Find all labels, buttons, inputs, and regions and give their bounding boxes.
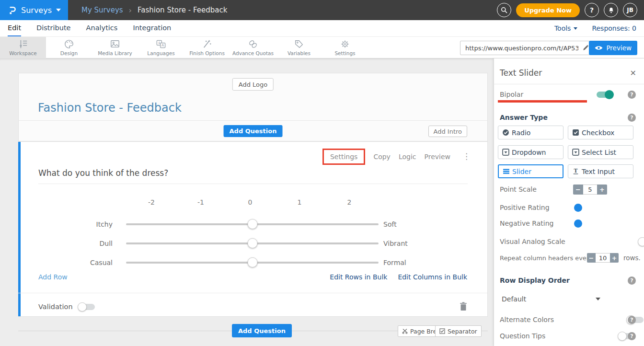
settings-red-annotation: Settings — [322, 149, 365, 165]
point-scale-row: Point Scale − 5 + — [500, 184, 636, 195]
decrement-button[interactable]: − — [587, 253, 596, 263]
validation-toggle[interactable] — [79, 304, 95, 310]
positive-rating-color-swatch[interactable] — [574, 204, 582, 212]
row-display-order-label: Row Display Order — [500, 277, 570, 284]
toolbar-item-settings[interactable]: Settings — [322, 37, 368, 58]
tools-menu[interactable]: Tools — [554, 24, 578, 32]
breadcrumb-my-surveys[interactable]: My Surveys — [81, 6, 123, 14]
toolbar-item-finish-options[interactable]: Finish Options — [184, 37, 230, 58]
answer-type-option-label: Slider — [512, 168, 531, 175]
delete-question-button[interactable] — [460, 302, 467, 313]
question-tips-row: Question Tips ? — [500, 331, 636, 341]
increment-button[interactable]: + — [610, 253, 619, 263]
add-question-button-top[interactable]: Add Question — [224, 125, 283, 137]
edit-columns-in-bulk-link[interactable]: Edit Columns in Bulk — [398, 273, 467, 281]
toolbar-item-media-library[interactable]: Media Library — [92, 37, 138, 58]
toolbar-item-workspace[interactable]: Workspace — [0, 37, 46, 58]
increment-button[interactable]: + — [597, 185, 607, 195]
tab-integration[interactable]: Integration — [133, 20, 171, 36]
repeat-headers-stepper: − 10 + — [587, 253, 619, 263]
add-question-button-bottom[interactable]: Add Question — [232, 324, 292, 337]
add-row-link[interactable]: Add Row — [38, 273, 68, 281]
toolbar-item-label: Design — [60, 50, 78, 56]
edit-rows-in-bulk-link[interactable]: Edit Rows in Bulk — [330, 273, 387, 281]
toolbar-item-variables[interactable]: Variables — [276, 37, 322, 58]
point-scale-stepper: − 5 + — [573, 185, 607, 195]
divider — [19, 120, 487, 121]
question-text[interactable]: What do you think of the dress? — [38, 168, 168, 178]
toolbar-item-languages[interactable]: x̄ A Languages — [138, 37, 184, 58]
alternate-colors-label: Alternate Colors — [500, 316, 554, 323]
add-intro-button[interactable]: Add Intro — [428, 126, 467, 137]
avatar[interactable]: JB — [623, 3, 637, 17]
answer-type-slider[interactable]: Slider — [498, 164, 564, 178]
chevron-down-icon — [596, 298, 600, 300]
slider-thumb[interactable] — [247, 257, 257, 267]
nav-tabs: Edit Distribute Analytics Integration — [8, 20, 171, 36]
question-preview-button[interactable]: Preview — [425, 153, 451, 161]
tab-distribute[interactable]: Distribute — [36, 20, 70, 36]
separator-button[interactable]: Separator — [435, 325, 482, 337]
notifications-button[interactable] — [604, 3, 618, 17]
tab-edit[interactable]: Edit — [8, 20, 21, 36]
toolbar-item-advance-quotas[interactable]: Advance Quotas — [230, 37, 276, 58]
question-copy-button[interactable]: Copy — [373, 153, 391, 161]
radio-check-icon — [502, 129, 509, 136]
kebab-menu-icon[interactable]: ⋮ — [462, 154, 471, 159]
answer-type-text-input[interactable]: T Text Input — [568, 164, 633, 178]
add-logo-button[interactable]: Add Logo — [232, 78, 274, 91]
palette-icon — [64, 39, 74, 49]
product-switcher[interactable]: Surveys — [0, 0, 68, 20]
bipolar-toggle[interactable] — [597, 92, 613, 98]
top-bar: Surveys My Surveys › Fashion Store - Fee… — [0, 0, 644, 20]
decrement-button[interactable]: − — [573, 185, 583, 195]
survey-title[interactable]: Fashion Store - Feedback — [38, 101, 182, 115]
negative-rating-color-swatch[interactable] — [574, 219, 582, 228]
search-button[interactable] — [497, 3, 511, 17]
question-settings-button[interactable]: Settings — [330, 153, 357, 161]
slider[interactable] — [126, 238, 379, 249]
divider — [18, 293, 487, 293]
tab-analytics[interactable]: Analytics — [86, 20, 118, 36]
search-icon — [500, 6, 508, 14]
positive-rating-label: Positive Rating — [500, 204, 550, 211]
visual-analog-toggle[interactable] — [639, 239, 644, 245]
preview-label: Preview — [606, 44, 632, 52]
row-left-label: Itchy — [38, 220, 113, 228]
answer-type-checkbox[interactable]: Checkbox — [568, 126, 633, 139]
repeat-headers-row: Repeat column headers every − 10 + rows. — [500, 252, 636, 264]
slider[interactable] — [126, 257, 379, 268]
validation-row: Validation — [38, 303, 95, 311]
toolbar-item-design[interactable]: Design — [46, 37, 92, 58]
slider-thumb[interactable] — [247, 238, 257, 248]
preview-button[interactable]: Preview — [589, 41, 637, 55]
answer-type-dropdown[interactable]: Dropdown — [498, 145, 564, 159]
repeat-headers-value[interactable]: 10 — [596, 253, 610, 263]
question-logic-button[interactable]: Logic — [399, 153, 416, 161]
point-scale-value[interactable]: 5 — [583, 185, 597, 195]
help-icon[interactable]: ? — [628, 114, 636, 122]
survey-url-field — [460, 41, 593, 55]
chevron-down-icon — [56, 9, 61, 12]
survey-url-input[interactable] — [460, 41, 593, 55]
help-icon[interactable]: ? — [628, 91, 636, 99]
row-display-order-select[interactable]: Default — [500, 293, 636, 305]
dropdown-box-icon — [502, 149, 509, 156]
chevron-down-icon — [574, 27, 577, 30]
answer-type-select-list[interactable]: Select List — [568, 145, 633, 159]
bulk-edit-links: Edit Rows in Bulk Edit Columns in Bulk — [330, 273, 467, 281]
help-button[interactable]: ? — [585, 3, 599, 17]
help-icon[interactable]: ? — [628, 332, 636, 340]
slider-thumb[interactable] — [247, 219, 257, 229]
answer-type-radio[interactable]: Radio — [498, 126, 564, 139]
slider[interactable] — [126, 219, 379, 230]
svg-text:A: A — [161, 43, 164, 47]
edit-url-button[interactable] — [582, 44, 589, 53]
upgrade-now-button[interactable]: Upgrade Now — [516, 3, 580, 17]
help-icon[interactable]: ? — [628, 316, 636, 324]
help-icon[interactable]: ? — [628, 277, 636, 285]
answer-type-row: Answer Type ? — [500, 112, 636, 123]
close-icon[interactable]: ✕ — [630, 69, 636, 78]
pencil-icon — [582, 44, 589, 51]
row-left-label: Casual — [38, 259, 113, 266]
